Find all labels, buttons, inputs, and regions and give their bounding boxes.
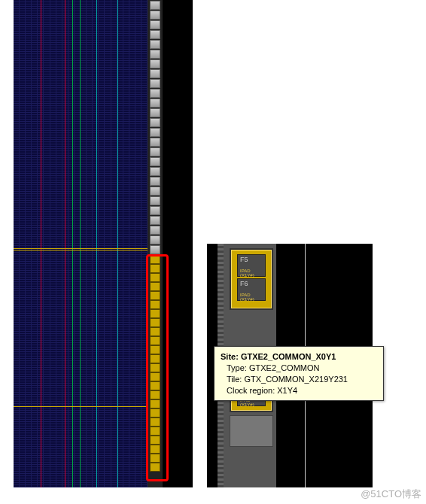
- fpga-fabric-area[interactable]: // placeholder: rows generated below in …: [14, 0, 148, 487]
- tooltip-type-row: Type: GTXE2_COMMON: [227, 363, 377, 374]
- gt-port-pad[interactable]: F6 IPAD (X1Y#): [237, 278, 266, 301]
- gt-common-block[interactable]: F5 IPAD (X1Y#) F6 IPAD (X1Y#): [230, 248, 273, 310]
- tooltip-clock-row: Clock region: X1Y4: [227, 385, 377, 396]
- io-pad[interactable]: [150, 59, 160, 68]
- io-pad[interactable]: [150, 147, 160, 156]
- port-label: F5: [240, 256, 248, 263]
- port-sublabel: IPAD (X1Y#): [240, 269, 263, 278]
- column-marker-cyan: [96, 0, 97, 487]
- io-pad[interactable]: [150, 20, 160, 29]
- column-marker-cyan: [117, 0, 118, 487]
- port-label: F6: [240, 280, 248, 287]
- io-pad[interactable]: [150, 79, 160, 88]
- io-pad[interactable]: [150, 50, 160, 59]
- io-pad[interactable]: [150, 196, 160, 205]
- io-pad[interactable]: [150, 157, 160, 166]
- io-pad[interactable]: [150, 206, 160, 215]
- io-pad[interactable]: [150, 118, 160, 127]
- device-view-panel[interactable]: // placeholder: rows generated below in …: [14, 0, 193, 487]
- port-sublabel: IPAD (X1Y#): [240, 293, 263, 302]
- io-pad[interactable]: [150, 69, 160, 78]
- io-pad[interactable]: [150, 177, 160, 186]
- io-pad[interactable]: [150, 128, 160, 137]
- gt-port-pad[interactable]: F5 IPAD (X1Y#): [237, 254, 266, 277]
- io-pad[interactable]: [150, 245, 160, 254]
- io-pad[interactable]: [150, 226, 160, 235]
- io-pad[interactable]: [150, 235, 160, 244]
- io-pad[interactable]: [150, 89, 160, 98]
- selection-highlight-box: [146, 254, 169, 481]
- tooltip-title: Site: GTXE2_COMMON_X0Y1: [221, 351, 377, 363]
- clock-region-divider: [14, 248, 148, 249]
- io-pad[interactable]: [150, 30, 160, 39]
- io-pad[interactable]: [150, 1, 160, 10]
- io-pad[interactable]: [150, 40, 160, 49]
- io-pad[interactable]: [150, 167, 160, 176]
- site-info-tooltip: Site: GTXE2_COMMON_X0Y1 Type: GTXE2_COMM…: [214, 346, 384, 401]
- io-pad[interactable]: [150, 138, 160, 147]
- io-pad[interactable]: [150, 99, 160, 108]
- clock-region-divider: [14, 406, 148, 407]
- column-marker-red: [41, 0, 41, 487]
- io-pad[interactable]: [150, 216, 160, 225]
- io-pad[interactable]: [150, 108, 160, 117]
- column-marker-green: [80, 0, 81, 487]
- io-pad[interactable]: [150, 187, 160, 196]
- io-pad[interactable]: [150, 11, 160, 20]
- clock-region-divider: [14, 250, 148, 250]
- gt-channel-block[interactable]: [230, 415, 273, 447]
- tooltip-tile-row: Tile: GTX_COMMON_X219Y231: [227, 374, 377, 385]
- watermark-text: @51CTO博客: [361, 487, 421, 501]
- column-marker-green: [72, 0, 73, 487]
- column-marker-red: [65, 0, 65, 487]
